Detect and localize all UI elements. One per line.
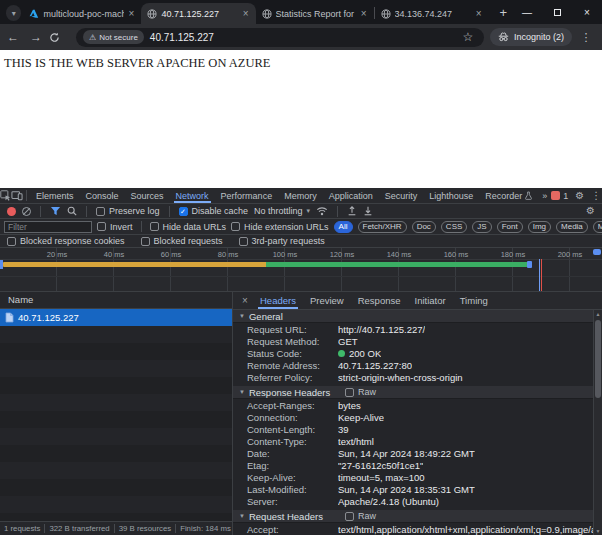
devtools-settings-icon[interactable]: ⚙ — [575, 191, 584, 201]
clear-network-log-icon[interactable] — [22, 207, 31, 216]
raw-toggle[interactable]: Raw — [345, 511, 376, 521]
reload-icon — [49, 32, 60, 43]
url-text[interactable]: 40.71.125.227 — [150, 32, 214, 43]
tab-label: Network — [176, 191, 209, 201]
bookmark-star-icon[interactable]: ☆ — [459, 30, 477, 44]
details-tab-headers[interactable]: Headers — [253, 292, 303, 309]
import-har-icon[interactable] — [347, 206, 357, 216]
devtools-tab-elements[interactable]: Elements — [30, 188, 80, 203]
devtools-tab-performance[interactable]: Performance — [215, 188, 279, 203]
devtools-tab-recorder[interactable]: Recorder — [479, 188, 538, 203]
network-conditions-icon[interactable] — [316, 206, 328, 216]
toolbar-separator — [26, 190, 27, 201]
filter-type-font[interactable]: Font — [497, 221, 523, 233]
third-party-requests-checkbox[interactable]: 3rd-party requests — [239, 236, 325, 246]
hide-extension-urls-checkbox[interactable]: Hide extension URLs — [231, 222, 329, 232]
name-column-header[interactable]: Name — [0, 292, 232, 309]
tab-close-icon[interactable]: × — [474, 9, 484, 19]
details-tabbar: × Headers Preview Response Initiator Tim… — [233, 292, 602, 310]
devtools-tab-network[interactable]: Network — [170, 188, 215, 203]
back-button[interactable]: ← — [3, 30, 23, 44]
response-headers-section-header[interactable]: ▼ Response Headers Raw — [233, 386, 593, 399]
filter-type-css[interactable]: CSS — [441, 221, 467, 233]
filter-type-media[interactable]: Media — [556, 221, 588, 233]
header-row: Content-Type:text/html — [233, 435, 593, 447]
browser-tab-ip2[interactable]: 34.136.74.247 × — [375, 3, 489, 24]
details-tab-preview[interactable]: Preview — [303, 292, 351, 309]
filter-type-doc[interactable]: Doc — [412, 221, 436, 233]
header-value: timeout=5, max=100 — [338, 472, 425, 483]
browser-tab-multicloud[interactable]: multicloud-poc-machine × — [23, 3, 141, 24]
details-tab-timing[interactable]: Timing — [453, 292, 495, 309]
blocked-requests-label: Blocked requests — [154, 236, 223, 246]
devtools-menu-icon[interactable]: ⋮ — [591, 191, 601, 201]
window-minimize-button[interactable]: — — [512, 0, 542, 24]
more-tabs-button[interactable]: » — [538, 191, 551, 201]
network-overview-timeline[interactable]: 20 ms 40 ms 60 ms 80 ms 100 ms 120 ms 14… — [0, 248, 602, 292]
device-toolbar-button[interactable] — [11, 189, 23, 203]
error-badge[interactable]: 1 — [551, 191, 568, 201]
forward-button[interactable]: → — [26, 30, 46, 44]
not-secure-badge[interactable]: ⚠ Not secure — [83, 30, 144, 44]
filter-type-manifest[interactable]: Manifest — [593, 221, 602, 233]
section-title: General — [249, 311, 283, 322]
devtools-tab-console[interactable]: Console — [80, 188, 125, 203]
globe-icon — [261, 8, 273, 20]
header-key: Keep-Alive: — [233, 472, 338, 483]
reload-button[interactable] — [49, 32, 69, 43]
raw-toggle[interactable]: Raw — [345, 387, 376, 397]
new-tab-button[interactable]: + — [495, 3, 512, 21]
details-tab-initiator[interactable]: Initiator — [408, 292, 453, 309]
preserve-log-checkbox[interactable]: Preserve log — [96, 206, 160, 216]
details-scrollbar[interactable]: ▲ ▼ — [593, 310, 602, 535]
blocked-requests-checkbox[interactable]: Blocked requests — [141, 236, 223, 246]
header-row: Content-Length:39 — [233, 423, 593, 435]
invert-checkbox[interactable]: Invert — [97, 222, 133, 232]
close-details-icon[interactable]: × — [237, 295, 253, 306]
request-row-selected[interactable]: 40.71.125.227 — [0, 309, 232, 326]
inspect-element-button[interactable] — [0, 189, 11, 203]
tab-close-icon[interactable]: × — [127, 9, 137, 19]
window-close-button[interactable]: × — [572, 0, 602, 24]
hide-data-urls-checkbox[interactable]: Hide data URLs — [150, 222, 227, 232]
general-section-header[interactable]: ▼ General — [233, 310, 593, 323]
disable-cache-checkbox[interactable]: ✓ Disable cache — [179, 206, 249, 216]
throttling-dropdown[interactable]: No throttling ▾ — [254, 206, 310, 216]
network-settings-icon[interactable]: ⚙ — [586, 206, 595, 216]
browser-tab-active[interactable]: 40.71.125.227 × — [141, 3, 255, 24]
tab-close-icon[interactable]: × — [241, 9, 251, 19]
header-key: Content-Length: — [233, 424, 338, 435]
filter-type-fetch-xhr[interactable]: Fetch/XHR — [358, 221, 407, 233]
tab-title: Statistics Report for HAP — [276, 9, 356, 19]
filter-funnel-icon[interactable] — [50, 206, 61, 216]
waterfall-end-cap — [527, 261, 532, 268]
devtools-tab-sources[interactable]: Sources — [125, 188, 170, 203]
tab-close-icon[interactable]: × — [359, 9, 369, 19]
timeline-tick: 180 ms — [493, 250, 533, 259]
scrollbar-thumb[interactable] — [595, 320, 601, 398]
scrollbar-down-icon[interactable]: ▼ — [594, 527, 602, 535]
request-headers-section-header[interactable]: ▼ Request Headers Raw — [233, 510, 593, 523]
blocked-response-cookies-checkbox[interactable]: Blocked response cookies — [7, 236, 125, 246]
tab-search-button[interactable]: ▾ — [6, 5, 21, 21]
incognito-badge[interactable]: Incognito (2) — [490, 28, 572, 46]
filter-type-all[interactable]: All — [334, 221, 353, 233]
devtools-tab-application[interactable]: Application — [323, 188, 379, 203]
omnibox[interactable]: ⚠ Not secure 40.71.125.227 ☆ — [76, 28, 484, 47]
browser-menu-icon[interactable]: ⋮ — [578, 31, 594, 44]
devtools-tab-memory[interactable]: Memory — [278, 188, 323, 203]
export-har-icon[interactable] — [363, 206, 373, 216]
search-icon[interactable] — [67, 206, 77, 216]
filter-type-img[interactable]: Img — [528, 221, 551, 233]
devtools-tab-security[interactable]: Security — [379, 188, 424, 203]
record-network-log-button[interactable] — [7, 207, 16, 216]
details-tab-response[interactable]: Response — [351, 292, 408, 309]
scrollbar-up-icon[interactable]: ▲ — [594, 310, 602, 318]
window-maximize-button[interactable] — [542, 0, 572, 24]
browser-tab-statistics[interactable]: Statistics Report for HAP × — [256, 3, 374, 24]
tab-title: 40.71.125.227 — [161, 9, 237, 19]
devtools-tab-lighthouse[interactable]: Lighthouse — [423, 188, 479, 203]
toolbar-separator — [40, 206, 41, 217]
filter-type-js[interactable]: JS — [472, 221, 491, 233]
filter-input[interactable] — [4, 221, 92, 233]
